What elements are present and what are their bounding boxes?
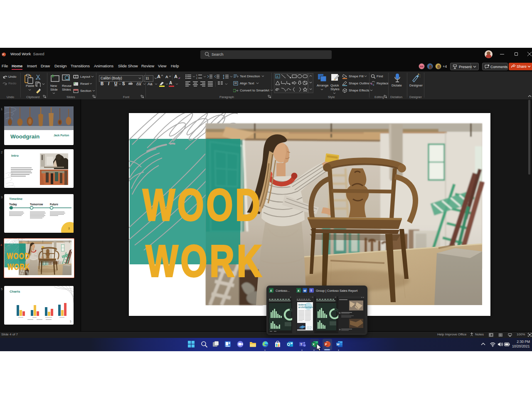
svg-text:Future: Future bbox=[50, 203, 59, 206]
svg-text:W: W bbox=[337, 342, 340, 346]
svg-text:Timeline: Timeline bbox=[9, 197, 23, 201]
svg-text:b: b bbox=[371, 82, 372, 85]
svg-text:Tomorrow: Tomorrow bbox=[30, 203, 43, 206]
svg-text:X: X bbox=[270, 289, 272, 292]
svg-text:1: 1 bbox=[196, 74, 197, 76]
svg-text:W: W bbox=[303, 289, 306, 292]
svg-text:2: 2 bbox=[196, 77, 197, 79]
svg-text:c: c bbox=[373, 83, 374, 86]
svg-text:02: 02 bbox=[307, 325, 312, 330]
svg-text:Jack Purton: Jack Purton bbox=[54, 134, 69, 137]
svg-text:Intro: Intro bbox=[11, 154, 19, 158]
svg-text:X: X bbox=[298, 289, 300, 292]
svg-text:P: P bbox=[325, 342, 328, 346]
svg-text:T: T bbox=[310, 289, 313, 292]
svg-text:5: 5 bbox=[70, 320, 71, 323]
svg-text:Charts: Charts bbox=[10, 290, 20, 293]
svg-text:T: T bbox=[300, 342, 302, 346]
svg-text:Today: Today bbox=[9, 203, 17, 206]
svg-text:A: A bbox=[276, 75, 278, 78]
svg-text:Woodgrain: Woodgrain bbox=[10, 133, 39, 140]
svg-text:P: P bbox=[2, 53, 4, 56]
svg-text:X: X bbox=[313, 342, 315, 346]
svg-text:3: 3 bbox=[68, 227, 70, 230]
svg-text:architecture: architecture bbox=[298, 306, 313, 309]
